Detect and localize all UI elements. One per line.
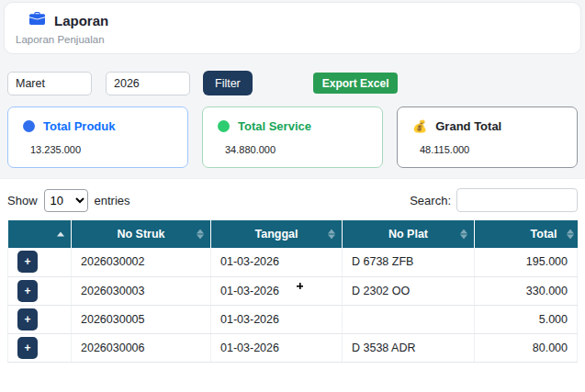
cell-total: 5.000: [475, 305, 578, 333]
column-header-no-plat[interactable]: No Plat: [343, 220, 475, 248]
briefcase-icon: [29, 11, 45, 30]
column-header-no-struk[interactable]: No Struk: [72, 220, 211, 248]
cell-no-struk: 2026030005: [72, 305, 211, 333]
cell-tanggal: 01-03-2026: [211, 276, 343, 305]
expand-row-button[interactable]: +: [17, 308, 38, 330]
cell-no-plat: D 6738 ZFB: [343, 248, 475, 276]
grand-total-label: Grand Total: [435, 119, 501, 133]
filter-button[interactable]: Filter: [203, 71, 253, 95]
sort-icon: [567, 230, 574, 240]
total-produk-value: 13.235.000: [30, 144, 180, 155]
cell-tanggal: 01-03-2026: [211, 333, 343, 362]
total-service-card: Total Service 34.880.000: [202, 106, 383, 168]
month-input[interactable]: [7, 72, 92, 95]
table-row: + 2026030005 01-03-2026 5.000: [8, 305, 578, 333]
table-header-row: No Struk Tanggal No Plat Total: [8, 220, 578, 248]
total-service-label: Total Service: [238, 119, 311, 133]
produk-dot-icon: [23, 120, 35, 132]
cell-no-struk: 2026030002: [72, 248, 211, 276]
filter-row: Filter Export Excel: [7, 71, 578, 95]
table-row: + 2026030003 01-03-2026 D 2302 OO 330.00…: [8, 276, 578, 305]
column-header-total[interactable]: Total: [475, 220, 578, 248]
cell-no-plat: [343, 305, 475, 333]
search-input[interactable]: [456, 188, 578, 212]
grand-total-value: 48.115.000: [420, 144, 569, 155]
expand-row-button[interactable]: +: [17, 337, 38, 359]
cell-total: 195.000: [475, 248, 578, 276]
expand-row-button[interactable]: +: [17, 251, 38, 273]
money-bag-icon: 💰: [412, 120, 427, 132]
page-header: Laporan Laporan Penjualan: [4, 2, 581, 54]
page-title: Laporan: [54, 13, 108, 28]
sales-table: No Struk Tanggal No Plat Total: [7, 220, 578, 363]
entries-label: entries: [95, 194, 130, 207]
column-header-tanggal[interactable]: Tanggal: [211, 220, 343, 248]
cell-no-plat: D 2302 OO: [343, 276, 475, 305]
column-header-expand[interactable]: [8, 220, 72, 248]
cell-tanggal: 01-03-2026: [211, 248, 343, 276]
year-input[interactable]: [106, 72, 190, 95]
sort-icon: [57, 232, 64, 237]
total-produk-card: Total Produk 13.235.000: [7, 106, 188, 168]
cell-total: 80.000: [475, 333, 578, 362]
search-label: Search:: [410, 194, 451, 207]
total-produk-label: Total Produk: [43, 119, 115, 133]
total-service-value: 34.880.000: [225, 144, 375, 155]
table-row: + 2026030002 01-03-2026 D 6738 ZFB 195.0…: [8, 248, 578, 276]
table-section: Show 10 entries Search: No Struk: [0, 178, 585, 392]
sort-icon: [197, 230, 204, 240]
export-excel-button[interactable]: Export Excel: [313, 73, 399, 94]
cell-no-struk: 2026030006: [72, 333, 211, 362]
page-size-select[interactable]: 10: [44, 189, 88, 212]
cell-no-struk: 2026030003: [72, 276, 211, 305]
cell-total: 330.000: [475, 276, 578, 305]
mouse-cursor: [297, 283, 303, 289]
table-row: + 2026030006 01-03-2026 D 3538 ADR 80.00…: [8, 333, 578, 362]
show-label: Show: [7, 194, 38, 207]
cell-tanggal: 01-03-2026: [211, 305, 343, 333]
summary-cards: Total Produk 13.235.000 Total Service 34…: [7, 106, 578, 168]
sort-icon: [460, 230, 467, 240]
expand-row-button[interactable]: +: [17, 280, 38, 302]
service-dot-icon: [218, 120, 230, 132]
page-subtitle: Laporan Penjualan: [16, 34, 560, 45]
sort-icon: [328, 230, 335, 240]
cell-no-plat: D 3538 ADR: [343, 333, 475, 362]
grand-total-card: 💰 Grand Total 48.115.000: [397, 106, 578, 168]
